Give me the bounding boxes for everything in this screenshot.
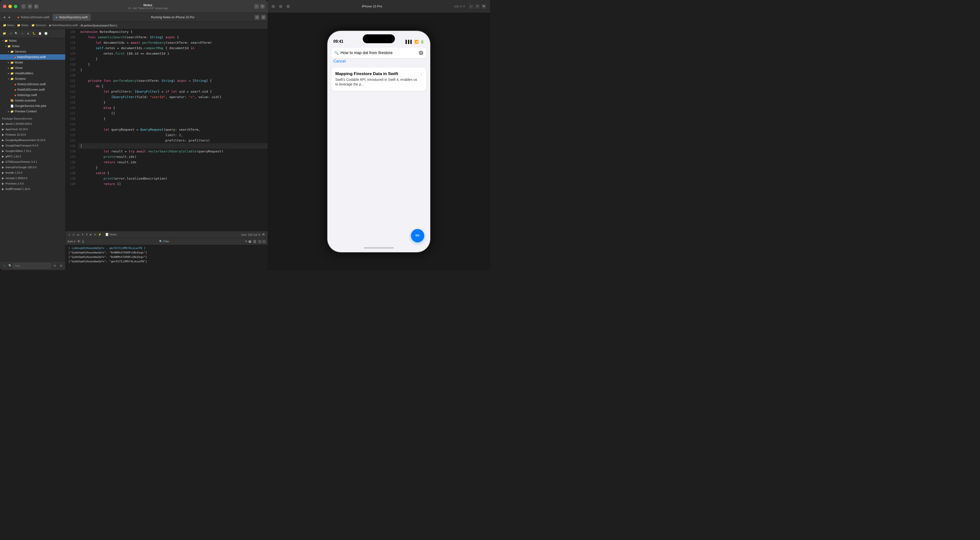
tree-item-services[interactable]: ▼ 📁 Services xyxy=(0,49,65,54)
code-area[interactable]: 108 extension NotesRepository { 109 func… xyxy=(65,29,267,231)
sidebar-filter-input[interactable] xyxy=(13,263,51,268)
code-line-137: 137 } xyxy=(65,165,267,170)
sidebar-option-button[interactable]: ⊕ xyxy=(52,264,57,268)
pkg-swiftprotobuf[interactable]: ▶SwiftProtobuf 1.26.0 xyxy=(0,186,65,192)
close-button[interactable] xyxy=(3,5,6,8)
layout-button[interactable]: ⊞ xyxy=(260,4,265,9)
nav-back-button[interactable]: ◀ xyxy=(2,15,6,19)
breadcrumb-notes[interactable]: 📁 Notes xyxy=(3,24,14,27)
signal-icon: ▌▌▌ xyxy=(406,40,413,44)
nav-forward-button[interactable]: ▶ xyxy=(7,15,12,19)
history-btn[interactable]: 🕐 xyxy=(43,31,48,36)
debug-view-btn[interactable]: 👁 xyxy=(77,239,81,244)
attach-btn[interactable]: ⊕ xyxy=(94,233,96,236)
step-into-btn[interactable]: ⬇ xyxy=(81,233,84,236)
run-button[interactable]: ▶ xyxy=(34,4,38,9)
find-btn[interactable]: 🔍 xyxy=(14,31,19,36)
source-control-btn[interactable]: ⎇ xyxy=(8,31,13,36)
tree-item-plist[interactable]: 📄 GoogleService-Info.plist xyxy=(0,103,65,109)
tree-item-notes-app[interactable]: ◆ NotesApp.swift xyxy=(0,92,65,98)
step-over-btn[interactable]: ⏭ xyxy=(77,233,80,236)
code-line-139: 139 print(error.localizedDescription) xyxy=(65,176,267,181)
breadcrumb-services[interactable]: 📁 Services xyxy=(31,24,46,27)
step-out-btn[interactable]: ⬆ xyxy=(86,233,88,236)
pkg-googleappmeasurement[interactable]: ▶GoogleAppMeasurement 10.24.0 xyxy=(0,137,65,143)
tab-notes-repo[interactable]: ◆ NotesRepository.swift xyxy=(52,14,91,21)
sim-title: iPhone 15 Pro xyxy=(292,5,452,8)
pkg-firebase[interactable]: ▶Firebase 10.24.0 xyxy=(0,132,65,137)
sim-maximize[interactable] xyxy=(286,5,290,8)
search-result-card[interactable]: Mapping Firestore Data in Swift Swift's … xyxy=(331,67,426,91)
continue-btn[interactable]: ▶ xyxy=(90,233,92,236)
sim-close[interactable] xyxy=(272,5,275,8)
search-clear-button[interactable]: ✕ xyxy=(419,51,423,55)
compose-button[interactable]: ✏ xyxy=(411,229,424,242)
pkg-dependencies-header: Package Dependencies xyxy=(0,114,65,121)
pkg-leveldb[interactable]: ▶leveldb 1.22.5 xyxy=(0,170,65,175)
pkg-appcheck[interactable]: ▶AppCheck 10.19.0 xyxy=(0,127,65,132)
breadcrumb-bar: 📁 Notes › 📁 Notes › 📁 Services › ◆ Notes… xyxy=(0,22,267,29)
debug-info-btn[interactable]: ℹ xyxy=(82,239,84,244)
filter-icon: 🔍 xyxy=(8,264,12,267)
pkg-interopforgoogle[interactable]: ▶InteropForGoogle 100.0.0 xyxy=(0,165,65,170)
tree-item-notes-list-screen[interactable]: ◆ NotesListScreen.swift xyxy=(0,81,65,87)
code-line-132: 132 prefilters: prefilters) xyxy=(65,138,267,143)
sidebar-toggle-button[interactable]: □ xyxy=(21,4,26,9)
code-line-127: 127 [] xyxy=(65,111,267,116)
code-editor: 108 extension NotesRepository { 109 func… xyxy=(65,29,267,270)
pkg-grpc[interactable]: ▶gRPC 1.62.2 xyxy=(0,154,65,159)
tree-item-preview[interactable]: ▶ 📁 Preview Content xyxy=(0,109,65,114)
warning-btn[interactable]: ⚠ xyxy=(20,31,25,36)
canvas-button[interactable]: ⊞ xyxy=(261,15,266,19)
sidebar-layout-button[interactable]: ⊞ xyxy=(59,264,63,268)
sim-screenshot-btn[interactable]: 📷 xyxy=(482,4,486,9)
sim-rotate-btn[interactable]: ↺ xyxy=(475,4,480,9)
pkg-gtmsessionfetcher[interactable]: ▶GTMSessionFetcher 3.4.1 xyxy=(0,159,65,165)
sim-home-btn[interactable]: ⌂ xyxy=(469,4,473,9)
debug-eye-btn[interactable]: 👁 ⬤ xyxy=(245,240,251,243)
code-line-118: 118 } xyxy=(65,62,267,67)
code-line-133: 133 │ xyxy=(65,143,267,149)
expand-btn[interactable]: ⬒ xyxy=(262,233,265,236)
search-cancel-button[interactable]: Cancel xyxy=(333,59,346,64)
pause-btn[interactable]: ⏸ xyxy=(72,233,75,236)
minimize-button[interactable] xyxy=(8,5,12,8)
simulate-btn[interactable]: ⚡ xyxy=(98,233,102,236)
breadcrumb-notes2[interactable]: 📁 Notes xyxy=(17,24,29,27)
search-bar[interactable]: 🔍 How to map dat from firestore ✕ xyxy=(331,48,426,58)
debug-delete-btn[interactable]: 🗑 xyxy=(253,239,257,244)
add-button[interactable]: + xyxy=(254,4,259,9)
maximize-button[interactable] xyxy=(14,5,17,8)
tab-notes-list[interactable]: ◆ NotesListScreen.swift xyxy=(14,14,52,21)
debug-btn-side[interactable]: 🐛 xyxy=(32,31,37,36)
pkg-abseil[interactable]: ▶abseil 1.20240116011 xyxy=(0,121,65,127)
tree-item-screens[interactable]: ▼ 📁 Screens xyxy=(0,76,65,81)
breakpoint-btn[interactable]: ● xyxy=(68,233,70,236)
split-editor-button[interactable]: ⊟ xyxy=(255,15,259,19)
tree-item-notes-root[interactable]: ▼ 📁 Notes xyxy=(0,38,65,43)
sim-minimize[interactable] xyxy=(279,5,282,8)
iphone-screen: 09:41 ▌▌▌ 📶 🔋 🔍 How to map dat from fire… xyxy=(328,31,430,252)
pkg-nanopb[interactable]: ▶nanopb 2.30910.0 xyxy=(0,175,65,181)
pkg-googledatatransport[interactable]: ▶GoogleDataTransport 9.4.0 xyxy=(0,143,65,148)
tree-item-views[interactable]: ▶ 📁 Views xyxy=(0,65,65,71)
pkg-promises[interactable]: ▶Promises 2.4.0 xyxy=(0,181,65,186)
tree-item-notes-repo[interactable]: ◆ NotesRepository.swift xyxy=(0,54,65,60)
add-file-button[interactable]: + xyxy=(2,264,6,268)
folder-icon-btn[interactable]: 📁 xyxy=(2,31,7,36)
stop-button[interactable]: ■ xyxy=(28,4,32,9)
tree-item-model[interactable]: ▶ 📁 Model xyxy=(0,60,65,65)
pkg-googleutilities[interactable]: ▶GoogleUtilities 7.13.1 xyxy=(0,148,65,154)
swift-file-icon: ◆ xyxy=(14,94,16,97)
tree-item-note-edit-screen[interactable]: ◆ NoteEditScreen.swift xyxy=(0,87,65,92)
tree-item-notes[interactable]: ▼ 📁 Notes xyxy=(0,43,65,49)
test-btn[interactable]: ◉ xyxy=(26,31,31,36)
report-btn[interactable]: 📋 xyxy=(38,31,43,36)
traffic-lights xyxy=(3,5,17,8)
search-text[interactable]: How to map dat from firestore xyxy=(340,51,417,55)
breadcrumb-method[interactable]: M performQuery(searchTerm:) xyxy=(81,24,117,27)
tree-item-viewmodifiers[interactable]: ▶ 📁 ViewModifiers xyxy=(0,71,65,76)
tree-item-assets[interactable]: 🎨 Assets.xcassets xyxy=(0,98,65,103)
debug-split-btn[interactable]: ⊟ ⊟ xyxy=(258,239,266,244)
breadcrumb-file[interactable]: ◆ NotesRepository.swift xyxy=(49,24,78,27)
